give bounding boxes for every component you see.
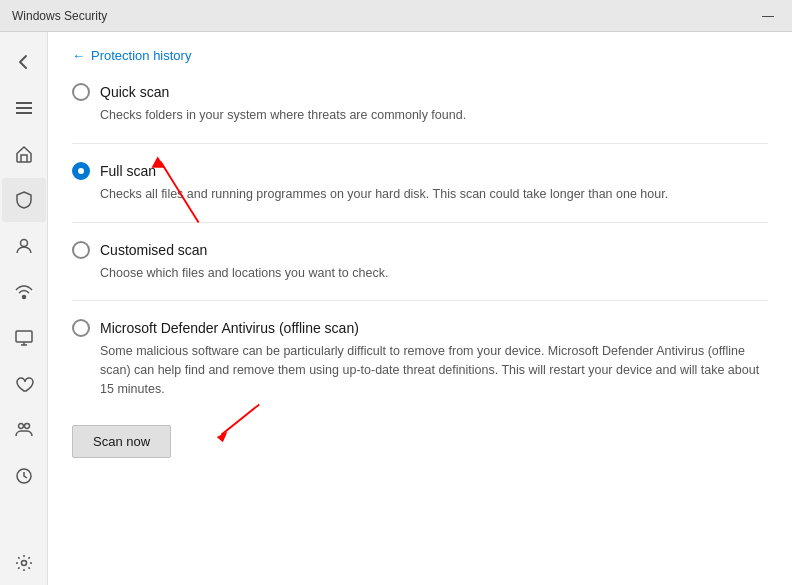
sidebar-item-wifi[interactable]: [2, 270, 46, 314]
sidebar-item-monitor[interactable]: [2, 316, 46, 360]
titlebar-controls: —: [756, 6, 780, 26]
back-arrow-icon: ←: [72, 48, 85, 63]
back-link-text: Protection history: [91, 48, 191, 63]
scan-option-full-header[interactable]: Full scan: [72, 162, 768, 180]
scan-option-offline-desc: Some malicious software can be particula…: [100, 342, 768, 398]
radio-custom[interactable]: [72, 241, 90, 259]
sidebar-item-shield[interactable]: [2, 178, 46, 222]
titlebar-title: Windows Security: [12, 9, 107, 23]
sidebar-item-user[interactable]: [2, 224, 46, 268]
svg-marker-13: [217, 432, 228, 443]
scan-option-custom-label: Customised scan: [100, 242, 207, 258]
radio-full[interactable]: [72, 162, 90, 180]
sidebar-item-back[interactable]: [2, 40, 46, 84]
svg-rect-5: [16, 331, 32, 342]
content-wrapper: ← Protection history Quick scan Checks f…: [72, 48, 768, 458]
svg-point-4: [22, 296, 25, 299]
scan-option-offline: Microsoft Defender Antivirus (offline sc…: [72, 319, 768, 398]
scan-option-full-label: Full scan: [100, 163, 156, 179]
scan-option-offline-label: Microsoft Defender Antivirus (offline sc…: [100, 320, 359, 336]
scan-option-custom-header[interactable]: Customised scan: [72, 241, 768, 259]
svg-rect-2: [16, 112, 32, 114]
titlebar: Windows Security —: [0, 0, 792, 32]
back-link[interactable]: ← Protection history: [72, 48, 768, 63]
divider-1: [72, 143, 768, 144]
svg-point-7: [24, 424, 29, 429]
scan-option-full: Full scan Checks all files and running p…: [72, 162, 768, 204]
radio-quick[interactable]: [72, 83, 90, 101]
sidebar-item-home[interactable]: [2, 132, 46, 176]
scan-option-offline-header[interactable]: Microsoft Defender Antivirus (offline sc…: [72, 319, 768, 337]
sidebar-item-menu[interactable]: [2, 86, 46, 130]
svg-point-9: [21, 561, 26, 566]
sidebar: [0, 32, 48, 585]
svg-rect-0: [16, 102, 32, 104]
scan-option-quick: Quick scan Checks folders in your system…: [72, 83, 768, 125]
scan-option-custom-desc: Choose which files and locations you wan…: [100, 264, 768, 283]
svg-rect-1: [16, 107, 32, 109]
content-area: ← Protection history Quick scan Checks f…: [48, 32, 792, 585]
scan-option-quick-header[interactable]: Quick scan: [72, 83, 768, 101]
svg-point-3: [20, 240, 27, 247]
app-body: ← Protection history Quick scan Checks f…: [0, 32, 792, 585]
scan-option-quick-desc: Checks folders in your system where thre…: [100, 106, 768, 125]
minimize-button[interactable]: —: [756, 6, 780, 26]
scan-now-button[interactable]: Scan now: [72, 425, 171, 458]
sidebar-item-health[interactable]: [2, 362, 46, 406]
svg-line-12: [221, 404, 259, 434]
scan-option-quick-label: Quick scan: [100, 84, 169, 100]
scan-option-custom: Customised scan Choose which files and l…: [72, 241, 768, 283]
radio-offline[interactable]: [72, 319, 90, 337]
divider-2: [72, 222, 768, 223]
svg-point-6: [18, 424, 23, 429]
sidebar-item-settings[interactable]: [2, 541, 46, 585]
divider-3: [72, 300, 768, 301]
sidebar-item-history[interactable]: [2, 454, 46, 498]
sidebar-item-family[interactable]: [2, 408, 46, 452]
scan-option-full-desc: Checks all files and running programmes …: [100, 185, 768, 204]
